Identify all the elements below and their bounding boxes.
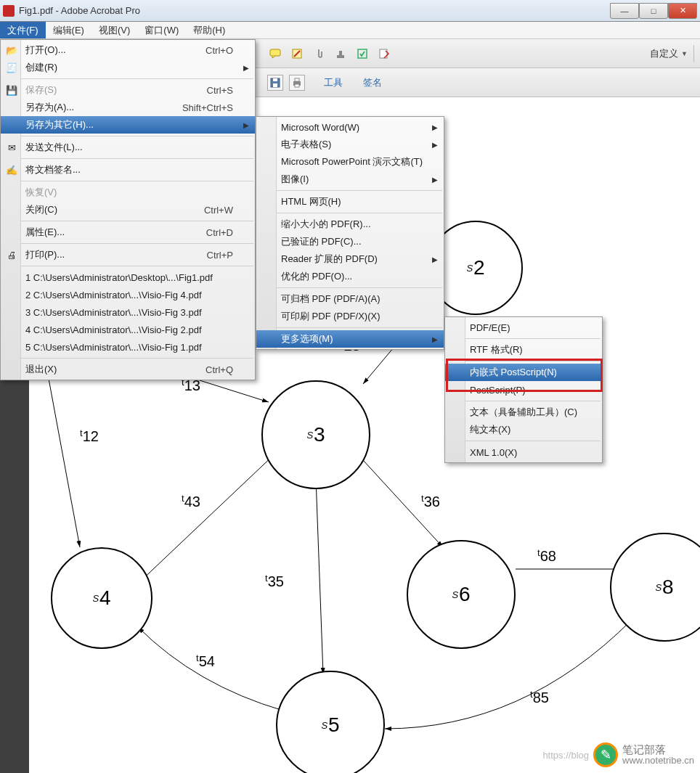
more-postscript[interactable]: PostScript(P) <box>445 381 602 398</box>
more-plain-text[interactable]: 纯文本(X) <box>445 421 602 438</box>
submenu-arrow-icon: ▶ <box>432 176 438 184</box>
dropdown-icon: ▼ <box>681 50 688 57</box>
more-options-submenu: PDF/E(E) RTF 格式(R) 内嵌式 PostScript(N) Pos… <box>444 316 603 463</box>
open-icon: 📂 <box>5 44 18 57</box>
watermark: https://blog ✎ 笔记部落www.notetribe.cn <box>542 743 694 767</box>
node-s5: S5 <box>276 671 385 773</box>
close-button[interactable]: ✕ <box>668 3 697 19</box>
edit-icon[interactable] <box>376 46 392 62</box>
comment-icon[interactable] <box>267 46 283 62</box>
separator <box>693 45 694 62</box>
node-s4: S4 <box>51 547 152 649</box>
menu-revert: 恢复(V) <box>1 184 255 201</box>
submenu-arrow-icon: ▶ <box>432 123 438 131</box>
more-embedded-ps[interactable]: 内嵌式 PostScript(N) <box>445 364 602 381</box>
menu-exit[interactable]: 退出(X)Ctrl+Q <box>1 361 255 378</box>
menu-view[interactable]: 视图(V) <box>91 22 137 38</box>
node-s3: S3 <box>261 380 370 489</box>
menu-recent-3[interactable]: 3 C:\Users\Administrator\...\Visio-Fig 3… <box>1 303 255 321</box>
svg-rect-7 <box>273 83 277 87</box>
svg-rect-10 <box>295 78 299 81</box>
submenu-reader-extended[interactable]: Reader 扩展的 PDF(D)▶ <box>256 250 444 268</box>
menu-saveas[interactable]: 另存为(A)...Shift+Ctrl+S <box>1 99 255 116</box>
create-icon: 🧾 <box>5 61 18 74</box>
menu-help[interactable]: 帮助(H) <box>186 22 232 38</box>
svg-rect-0 <box>270 49 280 56</box>
submenu-arrow-icon: ▶ <box>243 121 249 129</box>
stamp-icon[interactable] <box>333 46 349 62</box>
more-xml[interactable]: XML 1.0(X) <box>445 443 602 461</box>
svg-rect-11 <box>295 84 299 87</box>
menu-print[interactable]: 🖨打印(P)...Ctrl+P <box>1 246 255 263</box>
save-icon: 💾 <box>5 83 18 97</box>
menu-close[interactable]: 关闭(C)Ctrl+W <box>1 201 255 218</box>
attach-icon[interactable] <box>311 46 327 62</box>
menu-recent-5[interactable]: 5 C:\Users\Administrator\...\Visio-Fig 1… <box>1 338 255 356</box>
watermark-badge-icon: ✎ <box>593 743 618 767</box>
edge-t68: t68 <box>537 536 556 565</box>
submenu-arrow-icon: ▶ <box>432 141 438 149</box>
node-s6: S6 <box>407 540 516 649</box>
submenu-certified[interactable]: 已验证的 PDF(C)... <box>256 233 444 250</box>
minimize-button[interactable]: — <box>610 3 639 19</box>
svg-rect-3 <box>339 51 342 55</box>
more-pdfe[interactable]: PDF/E(E) <box>445 319 602 336</box>
menu-recent-1[interactable]: 1 C:\Users\Administrator\Desktop\...\Fig… <box>1 269 255 286</box>
watermark-title: 笔记部落 <box>622 744 694 756</box>
submenu-arrow-icon: ▶ <box>243 64 249 72</box>
submenu-printable[interactable]: 可印刷 PDF (PDF/X)(X) <box>256 308 444 325</box>
submenu-powerpoint[interactable]: Microsoft PowerPoint 演示文稿(T) <box>256 153 444 171</box>
menu-properties[interactable]: 属性(E)...Ctrl+D <box>1 224 255 241</box>
submenu-html[interactable]: HTML 网页(H) <box>256 193 444 210</box>
file-menu: 📂打开(O)...Ctrl+O 🧾创建(R)▶ 💾保存(S)Ctrl+S 另存为… <box>0 39 256 380</box>
menu-sign-doc[interactable]: ✍将文档签名... <box>1 161 255 179</box>
print-icon: 🖨 <box>5 248 18 261</box>
tools-button[interactable]: 工具 <box>317 76 350 89</box>
menu-saveas-other[interactable]: 另存为其它(H)...▶ <box>1 116 255 134</box>
submenu-word[interactable]: Microsoft Word(W)▶ <box>256 118 444 136</box>
sign-button[interactable]: 签名 <box>356 76 389 89</box>
print-icon[interactable] <box>289 75 305 91</box>
highlight-icon[interactable] <box>289 46 305 62</box>
submenu-spreadsheet[interactable]: 电子表格(S)▶ <box>256 136 444 153</box>
menu-window[interactable]: 窗口(W) <box>137 22 186 38</box>
title-bar: Fig1.pdf - Adobe Acrobat Pro — □ ✕ <box>0 0 700 22</box>
watermark-sub: www.notetribe.cn <box>622 756 694 766</box>
submenu-optimized[interactable]: 优化的 PDF(O)... <box>256 268 444 285</box>
watermark-url: https://blog <box>542 750 589 761</box>
submenu-arrow-icon: ▶ <box>432 255 438 263</box>
saveas-other-submenu: Microsoft Word(W)▶ 电子表格(S)▶ Microsoft Po… <box>256 116 444 350</box>
svg-rect-8 <box>273 78 277 81</box>
edge-t54: t54 <box>196 642 215 670</box>
menu-save: 💾保存(S)Ctrl+S <box>1 81 255 99</box>
menu-open[interactable]: 📂打开(O)...Ctrl+O <box>1 41 255 59</box>
stamp2-icon[interactable] <box>354 46 370 62</box>
menu-file[interactable]: 文件(F) <box>0 22 46 38</box>
menu-recent-4[interactable]: 4 C:\Users\Administrator\...\Visio-Fig 2… <box>1 321 255 338</box>
maximize-button[interactable]: □ <box>639 3 668 19</box>
more-rtf[interactable]: RTF 格式(R) <box>445 341 602 359</box>
submenu-archivable[interactable]: 可归档 PDF (PDF/A)(A) <box>256 290 444 308</box>
edge-t85: t85 <box>530 678 549 706</box>
customize-label: 自定义 <box>650 47 678 60</box>
submenu-more-options[interactable]: 更多选项(M)▶ <box>256 330 444 348</box>
edge-t35: t35 <box>265 562 284 590</box>
menu-bar: 文件(F) 编辑(E) 视图(V) 窗口(W) 帮助(H) <box>0 22 700 39</box>
window-title: Fig1.pdf - Adobe Acrobat Pro <box>19 5 610 16</box>
edge-t36: t36 <box>421 482 440 510</box>
submenu-arrow-icon: ▶ <box>432 335 438 343</box>
menu-send[interactable]: ✉发送文件(L)... <box>1 139 255 156</box>
edge-t12: t12 <box>80 417 99 445</box>
submenu-image[interactable]: 图像(I)▶ <box>256 171 444 188</box>
more-text-accessible[interactable]: 文本（具备辅助工具）(C) <box>445 404 602 421</box>
svg-rect-2 <box>337 55 344 58</box>
customize-button[interactable]: 自定义▼ <box>650 47 688 60</box>
app-icon <box>3 5 15 17</box>
sign-icon: ✍ <box>5 163 18 176</box>
menu-recent-2[interactable]: 2 C:\Users\Administrator\...\Visio-Fig 4… <box>1 286 255 303</box>
submenu-reduce-size[interactable]: 缩小大小的 PDF(R)... <box>256 216 444 233</box>
menu-edit[interactable]: 编辑(E) <box>46 22 91 38</box>
menu-create[interactable]: 🧾创建(R)▶ <box>1 59 255 76</box>
save-icon[interactable] <box>267 75 283 91</box>
mail-icon: ✉ <box>5 141 18 154</box>
